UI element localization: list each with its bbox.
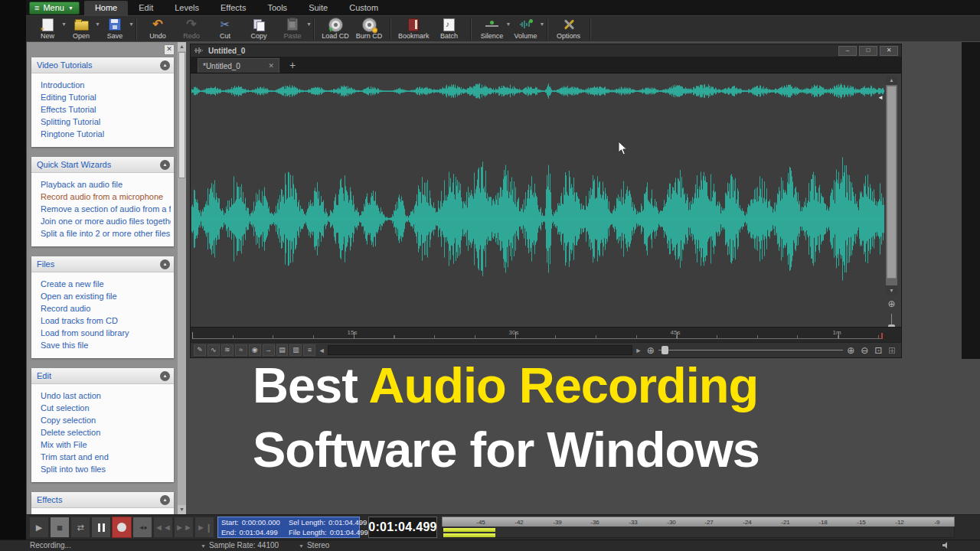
burn-cd-button[interactable]: Burn CD (352, 17, 386, 41)
waveform-split-view-icon[interactable]: ≈ (235, 344, 247, 356)
loop-button[interactable]: ⇄ (70, 517, 90, 538)
sample-rate-selector[interactable]: ▼Sample Rate: 44100 (201, 541, 279, 549)
sidebar-link[interactable]: Cut selection (41, 402, 171, 414)
minimize-button[interactable]: – (838, 46, 857, 56)
zoom-vertical-fit-icon[interactable]: ⊞ (886, 345, 898, 356)
tab-tools[interactable]: Tools (256, 1, 298, 15)
play-button[interactable]: ▶ (29, 517, 49, 538)
volume-dropdown-icon[interactable]: ▼ (540, 21, 545, 27)
redo-button[interactable]: ↷ Redo (175, 17, 208, 41)
timeline-ruler[interactable]: 15s 30s 45s 1m (191, 327, 901, 342)
scroll-left-icon[interactable]: ◄ (317, 347, 326, 354)
options-button[interactable]: Options (552, 17, 586, 41)
stop-button[interactable]: ■ (50, 517, 70, 538)
new-button[interactable]: ✶ New ▼ (31, 17, 64, 41)
tab-levels[interactable]: Levels (164, 1, 210, 15)
tab-home[interactable]: Home (84, 1, 128, 15)
sidebar-link[interactable]: Open an existing file (41, 290, 171, 302)
sidebar-link[interactable]: Trim start and end (41, 451, 171, 463)
waveform-mono-view-icon[interactable]: ∿ (207, 344, 220, 356)
collapse-icon[interactable]: ▲ (160, 60, 170, 70)
save-button[interactable]: Save ▼ (98, 17, 132, 41)
collapse-icon[interactable]: ▲ (160, 259, 170, 269)
sidebar-link[interactable]: Join one or more audio files together (41, 215, 171, 227)
new-tab-button[interactable]: + (286, 58, 299, 73)
panel-header[interactable]: Quick Start Wizards ▲ (31, 157, 174, 173)
document-tab[interactable]: *Untitled_0 ✕ (198, 58, 279, 73)
sidebar-link[interactable]: Save this file (41, 339, 171, 351)
sidebar-link[interactable]: Split into two files (41, 463, 171, 475)
overview-position-marker[interactable]: ◄ (877, 94, 884, 101)
vertical-scrollbar[interactable]: ▲ ▼ (886, 75, 897, 295)
undo-button[interactable]: ↶ Undo (141, 17, 175, 41)
save-dropdown-icon[interactable]: ▼ (129, 21, 134, 27)
scroll-down-icon[interactable]: ▼ (178, 505, 186, 514)
silence-button[interactable]: Silence ▼ (475, 17, 509, 41)
tab-custom[interactable]: Custom (338, 1, 389, 15)
zoom-vertical-icon[interactable]: ⊕ (886, 298, 897, 309)
paste-dropdown-icon[interactable]: ▼ (306, 21, 312, 27)
bookmark-button[interactable]: Bookmark (395, 17, 433, 41)
tab-close-icon[interactable]: ✕ (268, 62, 274, 70)
sidebar-link[interactable]: Splitting Tutorial (41, 116, 171, 128)
waveform-canvas[interactable] (191, 73, 884, 329)
sidebar-link[interactable]: Create a new file (41, 278, 171, 290)
scroll-up-icon[interactable]: ▲ (178, 42, 186, 51)
zoom-full-icon[interactable]: ⊡ (872, 345, 884, 356)
sidebar-link[interactable]: Split a file into 2 or more other files (41, 227, 171, 240)
panel-header[interactable]: Files ▲ (31, 256, 174, 272)
scroll-up-icon[interactable]: ▲ (886, 75, 897, 85)
panel-header[interactable]: Edit ▲ (31, 368, 174, 384)
sidebar-link[interactable]: Introduction (41, 79, 171, 91)
panel-header[interactable]: Video Tutorials ▲ (31, 57, 174, 73)
sidebar-scrollbar[interactable]: ▲ ▼ (178, 42, 186, 514)
zoom-in-icon[interactable]: ⊕ (844, 345, 857, 356)
edit-cursor-icon[interactable]: ✎ (194, 344, 206, 356)
waveform-view[interactable]: ◄ ▲ ▼ ⊕ (191, 73, 901, 327)
sidebar-link[interactable]: Load tracks from CD (41, 315, 171, 327)
collapse-icon[interactable]: ▲ (160, 371, 170, 381)
sidebar-link[interactable]: Editing Tutorial (41, 91, 171, 103)
scroll-right-icon[interactable]: ► (634, 347, 643, 354)
waveform-stereo-view-icon[interactable]: ≋ (221, 344, 234, 356)
skip-to-end-button[interactable]: ►❙ (194, 517, 214, 538)
load-cd-button[interactable]: ▼ Load CD (318, 17, 352, 41)
sidebar-link[interactable]: Copy selection (41, 414, 171, 426)
sidebar-link[interactable]: Delete selection (41, 426, 171, 439)
sidebar-link[interactable]: Effects Tutorial (41, 103, 171, 116)
tab-suite[interactable]: Suite (298, 1, 338, 15)
sidebar-link[interactable]: Record audio (41, 302, 171, 315)
copy-button[interactable]: Copy (242, 17, 276, 41)
volume-button[interactable]: Volume ▼ (509, 17, 543, 41)
sidebar-link[interactable]: Undo last action (41, 390, 171, 402)
scroll-down-icon[interactable]: ▼ (886, 285, 897, 295)
tab-effects[interactable]: Effects (210, 1, 256, 15)
rewind-button[interactable]: ◄◄ (153, 517, 173, 538)
close-button[interactable]: ✕ (880, 46, 898, 56)
batch-button[interactable]: ♪ Batch (433, 17, 466, 41)
window-title-bar[interactable]: Untitled_0 – □ ✕ (191, 44, 901, 57)
fast-forward-button[interactable]: ►► (174, 517, 194, 538)
menu-button[interactable]: ≡ Menu ▼ (29, 2, 80, 15)
collapse-icon[interactable]: ▲ (160, 160, 170, 170)
channels-selector[interactable]: ▼Stereo (299, 541, 329, 549)
pause-button[interactable] (91, 517, 111, 538)
sidebar-link[interactable]: Mix with File (41, 439, 171, 451)
sidebar-link[interactable]: Remove a section of audio from a file (41, 203, 171, 215)
record-options-button[interactable]: ◄● (132, 517, 152, 538)
panel-header[interactable]: Effects ▲ (31, 492, 174, 508)
vertical-scroll-thumb[interactable] (887, 86, 897, 279)
speaker-icon[interactable] (942, 541, 951, 551)
sidebar-link[interactable]: Record audio from a microphone (41, 191, 171, 203)
zoom-out-icon[interactable]: ⊖ (858, 345, 871, 356)
sidebar-link[interactable]: Playback an audio file (41, 178, 171, 191)
sidebar-close-button[interactable]: ✕ (164, 44, 175, 55)
sidebar-link[interactable]: Load from sound library (41, 327, 171, 339)
maximize-button[interactable]: □ (859, 46, 877, 56)
cut-button[interactable]: ✂ Cut (208, 17, 242, 41)
sidebar-scroll-thumb[interactable] (178, 52, 185, 178)
record-button[interactable] (112, 517, 132, 538)
tab-edit[interactable]: Edit (128, 1, 164, 15)
open-button[interactable]: Open ▼ (64, 17, 98, 41)
sidebar-link[interactable]: Ringtone Tutorial (41, 128, 171, 140)
